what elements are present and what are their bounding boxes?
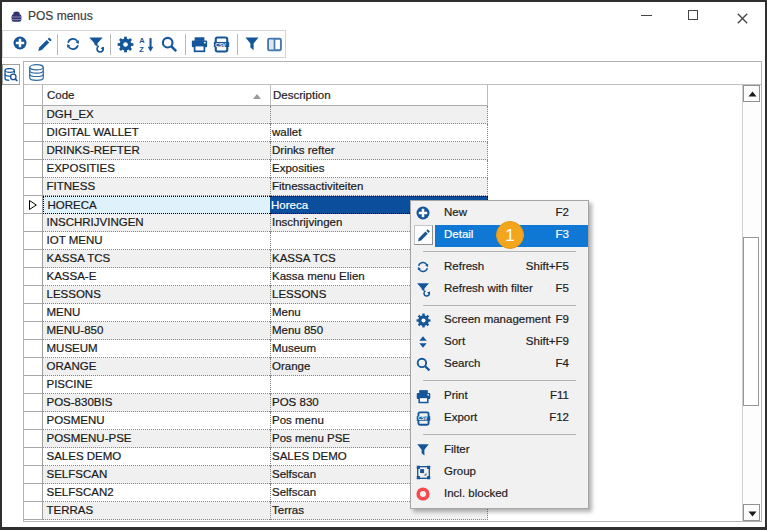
svg-text:Z: Z [139,45,144,53]
svg-text:CSV: CSV [215,42,226,48]
svg-text:CSV: CSV [418,416,428,421]
